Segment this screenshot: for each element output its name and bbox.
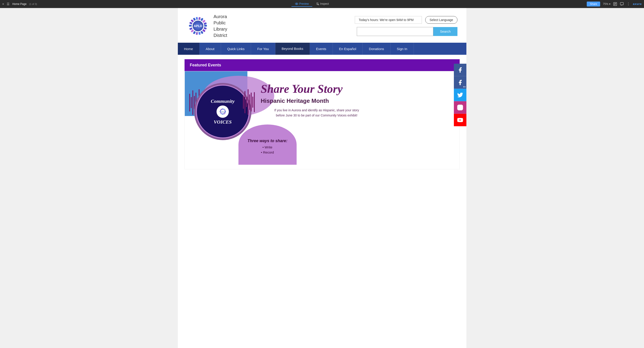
page-num: (1 of 3): [29, 3, 37, 5]
community-bottom-text: VOICES: [214, 119, 232, 125]
featured-events-banner: Featured Events: [184, 59, 460, 71]
logo-area: APLD Aurora Public Library District: [184, 12, 256, 39]
event-content: Community: [185, 71, 460, 169]
header-area: APLD Aurora Public Library District: [178, 8, 466, 43]
nav-item-donations[interactable]: Donations: [362, 43, 390, 55]
svg-text:APLD: APLD: [221, 111, 224, 113]
page-canvas: APLD Aurora Public Library District: [178, 8, 466, 348]
comments-icon[interactable]: [620, 2, 624, 6]
logo-graphic: APLD: [184, 12, 212, 39]
sound-bars-right: [243, 89, 255, 115]
svg-point-2: [318, 4, 319, 5]
search-button[interactable]: Search: [433, 27, 458, 36]
svg-rect-4: [620, 2, 624, 5]
header-right: Today's hours: We're open 9AM to 9PM Sel…: [260, 16, 460, 36]
logo-text: Aurora Public Library District: [214, 13, 227, 38]
event-logo-side: Community: [192, 85, 254, 138]
tab-inspect[interactable]: Inspect: [312, 1, 332, 7]
content-area: Featured Events: [178, 55, 466, 174]
axure-logo: axure: [633, 2, 642, 5]
hispanic-subtitle: Hispanic Heritage Month: [261, 97, 453, 104]
twitter-button[interactable]: [454, 89, 466, 101]
navbar: Home About Quick Links For You Beyond Bo…: [178, 43, 466, 55]
share-story-title: Share Your Story: [261, 82, 453, 95]
nav-item-events[interactable]: Events: [310, 43, 333, 55]
community-circle: Community: [196, 85, 250, 138]
svg-point-26: [459, 106, 461, 108]
nav-item-quicklinks[interactable]: Quick Links: [221, 43, 251, 55]
three-ways-blob: Three ways to share: • Write • Record: [238, 124, 296, 165]
nav-item-beyondbooks[interactable]: Beyond Books: [275, 43, 310, 55]
three-ways-section: Three ways to share: • Write • Record: [261, 124, 453, 165]
nav-item-signin[interactable]: Sign In: [390, 43, 414, 55]
tab-preview[interactable]: Preview: [292, 1, 312, 7]
search-input[interactable]: [357, 27, 433, 36]
menu-icon[interactable]: ☰: [7, 2, 10, 6]
svg-point-27: [461, 106, 462, 106]
social-sidebar: ES: [454, 64, 466, 126]
apld-mini-logo: APLD: [216, 105, 229, 118]
instagram-button[interactable]: [454, 101, 466, 114]
axure-toolbar: × ☰ Home Page (1 of 3) Preview Inspect S…: [0, 0, 644, 8]
facebook-button[interactable]: [454, 64, 466, 76]
hours-box: Today's hours: We're open 9AM to 9PM: [355, 16, 422, 24]
search-row: Search: [357, 27, 458, 36]
community-top-text: Community: [211, 98, 234, 104]
three-ways-item-write: • Write: [262, 145, 272, 149]
hours-lang-row: Today's hours: We're open 9AM to 9PM Sel…: [355, 16, 457, 24]
nav-item-espanol[interactable]: En Español: [333, 43, 363, 55]
zoom-control[interactable]: 75% ▾: [603, 2, 610, 5]
three-ways-title: Three ways to share:: [248, 139, 288, 143]
svg-point-1: [296, 3, 297, 4]
tab-group: Preview Inspect: [292, 1, 332, 7]
youtube-button[interactable]: [454, 114, 466, 126]
three-ways-item-record: • Record: [261, 150, 274, 154]
nav-item-foryou[interactable]: For You: [251, 43, 275, 55]
facebook-es-label: ES: [463, 86, 466, 88]
event-card: Community: [184, 71, 460, 169]
event-description: If you live in Aurora and identify as Hi…: [261, 108, 373, 118]
notes-icon[interactable]: [613, 2, 617, 6]
facebook-es-button[interactable]: ES: [454, 76, 466, 89]
select-language-button[interactable]: Select Language: [425, 16, 457, 24]
nav-item-about[interactable]: About: [200, 43, 221, 55]
svg-point-0: [295, 3, 298, 5]
event-text-side: Share Your Story Hispanic Heritage Month…: [261, 76, 453, 165]
page-title-label: Home Page: [12, 2, 26, 5]
close-btn[interactable]: ×: [2, 2, 4, 6]
nav-item-home[interactable]: Home: [178, 43, 200, 55]
share-button[interactable]: Share: [587, 1, 600, 6]
svg-text:APLD: APLD: [194, 24, 202, 28]
more-options-btn[interactable]: ⋮: [626, 2, 630, 6]
